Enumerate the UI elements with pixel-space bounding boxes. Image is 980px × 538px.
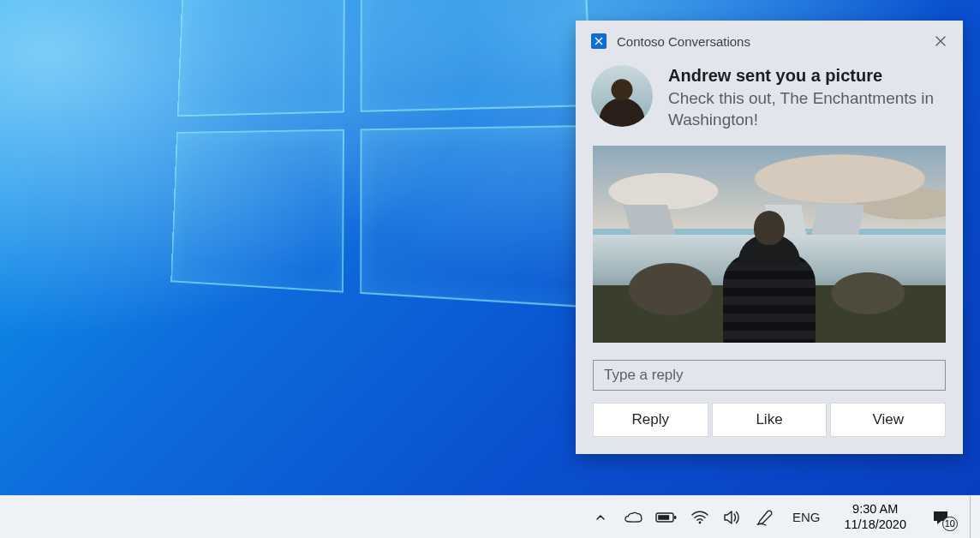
pen-ink-icon[interactable] — [755, 496, 775, 538]
volume-icon[interactable] — [722, 496, 743, 538]
notification-toast: Contoso Conversations Andrew sent you a … — [576, 21, 963, 454]
clock-time: 9:30 AM — [844, 502, 906, 517]
svg-rect-2 — [674, 516, 676, 519]
reply-input[interactable] — [604, 367, 935, 384]
notification-hero-image — [593, 146, 946, 343]
view-button[interactable]: View — [830, 403, 946, 437]
clock-date: 11/18/2020 — [844, 517, 906, 532]
toast-header: Contoso Conversations — [576, 21, 963, 57]
app-name: Contoso Conversations — [617, 34, 932, 49]
notification-badge: 10 — [942, 517, 958, 531]
system-tray: ENG 9:30 AM 11/18/2020 10 — [590, 496, 977, 538]
avatar — [591, 65, 653, 127]
svg-point-3 — [699, 521, 702, 523]
svg-rect-1 — [658, 515, 669, 520]
reply-input-container[interactable] — [593, 360, 946, 391]
taskbar-clock[interactable]: 9:30 AM 11/18/2020 — [837, 502, 913, 531]
toast-body: Andrew sent you a picture Check this out… — [576, 57, 963, 134]
close-icon[interactable] — [932, 33, 949, 50]
app-icon — [591, 33, 607, 49]
toast-actions: Reply Like View — [593, 403, 946, 437]
language-indicator[interactable]: ENG — [787, 496, 826, 538]
onedrive-icon[interactable] — [623, 496, 643, 538]
tray-overflow-icon[interactable] — [590, 496, 611, 538]
taskbar: ENG 9:30 AM 11/18/2020 10 — [0, 495, 980, 538]
toast-subtitle: Check this out, The Enchantments in Wash… — [668, 88, 946, 130]
battery-icon[interactable] — [655, 496, 678, 538]
reply-button[interactable]: Reply — [593, 403, 708, 437]
like-button[interactable]: Like — [712, 403, 828, 437]
action-center-icon[interactable]: 10 — [929, 505, 953, 529]
wifi-icon[interactable] — [690, 496, 710, 538]
windows-logo — [170, 0, 614, 350]
show-desktop-button[interactable] — [970, 496, 977, 538]
toast-title: Andrew sent you a picture — [668, 65, 946, 87]
